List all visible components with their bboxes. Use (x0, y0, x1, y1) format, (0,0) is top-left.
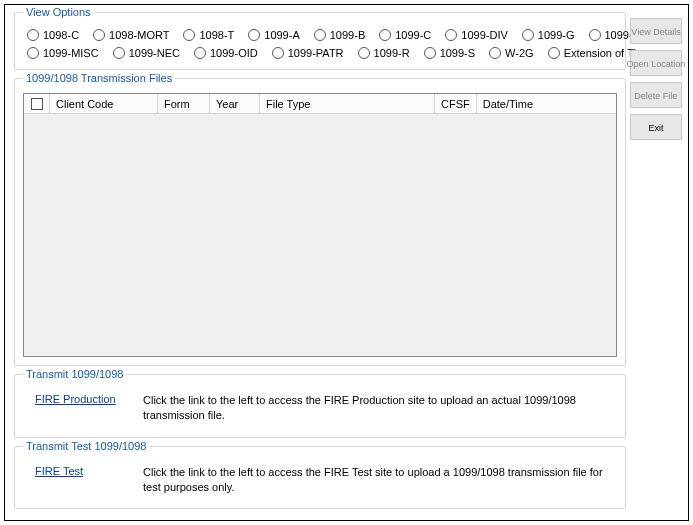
radio-1099-patr-indicator (272, 47, 284, 59)
fire-production-link[interactable]: FIRE Production (35, 393, 131, 405)
radio-1099-patr-label: 1099-PATR (288, 47, 344, 59)
radio-1098-c[interactable]: 1098-C (27, 29, 79, 41)
radio-w-2g-indicator (489, 47, 501, 59)
radio-extension-of-time-indicator (548, 47, 560, 59)
transmit-group: Transmit 1099/1098 FIRE Production Click… (14, 374, 626, 438)
radio-1099-oid-indicator (194, 47, 206, 59)
radio-1099-patr[interactable]: 1099-PATR (272, 47, 344, 59)
radio-1099-a-label: 1099-A (264, 29, 299, 41)
column-file-type[interactable]: File Type (260, 94, 435, 113)
exit-button[interactable]: Exit (630, 114, 682, 140)
radio-1099-c-label: 1099-C (395, 29, 431, 41)
column-cfsf[interactable]: CFSF (435, 94, 477, 113)
select-all-checkbox[interactable] (31, 98, 43, 110)
radio-1099-oid-label: 1099-OID (210, 47, 258, 59)
radio-1099-nec[interactable]: 1099-NEC (113, 47, 180, 59)
view-details-label: View Details (631, 26, 681, 37)
side-button-panel: View Details Open Location Delete File E… (630, 18, 682, 146)
radio-1099-oid[interactable]: 1099-OID (194, 47, 258, 59)
radio-1098-mort-label: 1098-MORT (109, 29, 169, 41)
exit-label: Exit (648, 122, 663, 133)
column-client-code[interactable]: Client Code (50, 94, 158, 113)
column-checkbox[interactable] (24, 94, 50, 113)
radio-1098-t-indicator (183, 29, 195, 41)
radio-1098-mort[interactable]: 1098-MORT (93, 29, 169, 41)
radio-1099-misc-label: 1099-MISC (43, 47, 99, 59)
radio-1099-a-indicator (248, 29, 260, 41)
radio-1099-int-indicator (589, 29, 601, 41)
radio-1099-a[interactable]: 1099-A (248, 29, 299, 41)
view-options-title: View Options (23, 6, 94, 18)
radio-1098-c-label: 1098-C (43, 29, 79, 41)
table-body-empty (24, 114, 616, 356)
radio-1099-r[interactable]: 1099-R (358, 47, 410, 59)
radio-1099-c-indicator (379, 29, 391, 41)
radio-1099-b[interactable]: 1099-B (314, 29, 365, 41)
transmission-files-table[interactable]: Client Code Form Year File Type CFSF Dat… (23, 93, 617, 357)
transmit-title: Transmit 1099/1098 (23, 368, 126, 380)
radio-1098-mort-indicator (93, 29, 105, 41)
radio-1099-s-label: 1099-S (440, 47, 475, 59)
radio-1099-s-indicator (424, 47, 436, 59)
radio-1099-misc[interactable]: 1099-MISC (27, 47, 99, 59)
fire-test-link[interactable]: FIRE Test (35, 465, 131, 477)
column-form[interactable]: Form (158, 94, 210, 113)
radio-1099-g-indicator (522, 29, 534, 41)
transmission-files-title: 1099/1098 Transmission Files (23, 72, 175, 84)
transmit-test-group: Transmit Test 1099/1098 FIRE Test Click … (14, 446, 626, 510)
open-location-button[interactable]: Open Location (630, 50, 682, 76)
view-options-group: View Options 1098-C1098-MORT1098-T1099-A… (14, 12, 626, 70)
fire-production-desc: Click the link to the left to access the… (143, 393, 609, 423)
view-options-row-1: 1098-C1098-MORT1098-T1099-A1099-B1099-C1… (27, 29, 613, 41)
radio-1099-c[interactable]: 1099-C (379, 29, 431, 41)
column-year[interactable]: Year (210, 94, 260, 113)
radio-1099-div-indicator (445, 29, 457, 41)
open-location-label: Open Location (627, 58, 686, 69)
radio-1098-t-label: 1098-T (199, 29, 234, 41)
radio-1099-s[interactable]: 1099-S (424, 47, 475, 59)
transmission-files-group: 1099/1098 Transmission Files Client Code… (14, 78, 626, 366)
radio-1099-nec-indicator (113, 47, 125, 59)
delete-file-label: Delete File (634, 90, 677, 101)
radio-1098-t[interactable]: 1098-T (183, 29, 234, 41)
radio-1099-b-indicator (314, 29, 326, 41)
fire-test-desc: Click the link to the left to access the… (143, 465, 609, 495)
table-header: Client Code Form Year File Type CFSF Dat… (24, 94, 616, 114)
radio-1099-b-label: 1099-B (330, 29, 365, 41)
radio-1099-misc-indicator (27, 47, 39, 59)
view-options-row-2: 1099-MISC1099-NEC1099-OID1099-PATR1099-R… (27, 47, 613, 59)
radio-1099-g-label: 1099-G (538, 29, 575, 41)
delete-file-button[interactable]: Delete File (630, 82, 682, 108)
radio-1099-r-label: 1099-R (374, 47, 410, 59)
radio-1099-g[interactable]: 1099-G (522, 29, 575, 41)
column-date-time[interactable]: Date/Time (477, 94, 616, 113)
view-details-button[interactable]: View Details (630, 18, 682, 44)
radio-1099-r-indicator (358, 47, 370, 59)
transmit-test-title: Transmit Test 1099/1098 (23, 440, 149, 452)
radio-w-2g[interactable]: W-2G (489, 47, 534, 59)
radio-1099-div-label: 1099-DIV (461, 29, 507, 41)
radio-1099-nec-label: 1099-NEC (129, 47, 180, 59)
radio-w-2g-label: W-2G (505, 47, 534, 59)
radio-1098-c-indicator (27, 29, 39, 41)
radio-1099-div[interactable]: 1099-DIV (445, 29, 507, 41)
